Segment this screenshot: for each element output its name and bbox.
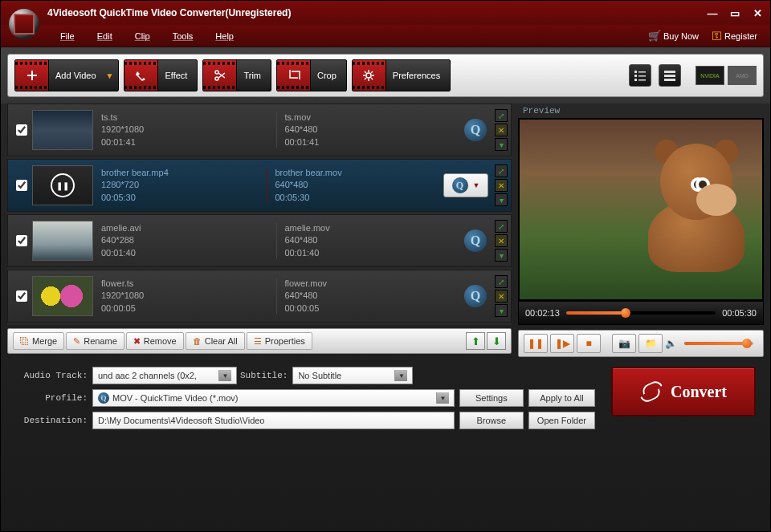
- total-time: 00:05:30: [722, 308, 757, 318]
- output-info: brother bear.mov640*48000:05:30: [267, 167, 441, 204]
- row-down-button[interactable]: ▾: [495, 193, 508, 206]
- quicktime-icon[interactable]: Q: [464, 119, 487, 141]
- dropdown-arrow-icon: ▼: [473, 181, 480, 189]
- merge-icon: ⿻: [20, 336, 29, 346]
- buy-now-label: Buy Now: [663, 31, 699, 41]
- audio-track-label: Audio Track:: [15, 371, 88, 380]
- clear-all-button[interactable]: 🗑Clear All: [186, 332, 245, 350]
- preview-title: Preview: [518, 104, 764, 118]
- remove-button[interactable]: ✖Remove: [126, 332, 184, 350]
- subtitle-dropdown[interactable]: No Subtitle▼: [292, 367, 413, 384]
- open-folder-button[interactable]: Open Folder: [528, 412, 595, 429]
- add-video-button[interactable]: Add Video ▼: [14, 59, 119, 91]
- move-up-button[interactable]: ⬆: [466, 332, 485, 350]
- file-checkbox[interactable]: [16, 290, 27, 302]
- move-down-button[interactable]: ⬇: [487, 332, 506, 350]
- preferences-label: Preferences: [386, 71, 450, 80]
- row-remove-button[interactable]: ✕: [495, 124, 508, 136]
- preferences-button[interactable]: Preferences: [352, 59, 451, 91]
- settings-grid: Audio Track: und aac 2 channels (0x2,▼ S…: [15, 367, 595, 429]
- file-thumbnail: [32, 221, 93, 261]
- file-row[interactable]: brother bear.mp41280*72000:05:30 brother…: [7, 159, 512, 212]
- file-checkbox[interactable]: [16, 235, 27, 246]
- convert-button[interactable]: Convert: [611, 367, 756, 416]
- register-button[interactable]: ⚿ Register: [707, 28, 762, 43]
- file-row[interactable]: ts.ts1920*108000:01:41 ts.mov640*48000:0…: [7, 104, 512, 156]
- quicktime-icon: Q: [98, 392, 109, 404]
- list-view-button[interactable]: [629, 64, 651, 87]
- svg-rect-7: [634, 79, 637, 81]
- maximize-button[interactable]: ▭: [728, 7, 741, 18]
- effect-button[interactable]: Effect: [124, 59, 198, 91]
- menu-tools[interactable]: Tools: [161, 28, 205, 44]
- settings-button[interactable]: Settings: [459, 389, 524, 407]
- trim-button[interactable]: Trim: [202, 59, 271, 91]
- file-thumbnail: [32, 276, 93, 316]
- volume-slider[interactable]: [684, 342, 753, 345]
- menu-edit[interactable]: Edit: [86, 28, 124, 44]
- output-format-dropdown[interactable]: Q ▼: [443, 173, 488, 197]
- row-down-button[interactable]: ▾: [495, 249, 508, 262]
- effect-label: Effect: [158, 71, 197, 80]
- detail-view-button[interactable]: [659, 64, 681, 87]
- file-checkbox[interactable]: [16, 180, 27, 191]
- svg-rect-3: [634, 71, 637, 73]
- menu-file[interactable]: File: [49, 28, 86, 44]
- output-info: amelie.mov640*48000:01:40: [277, 222, 460, 259]
- add-video-label: Add Video: [49, 71, 106, 80]
- seek-slider[interactable]: [566, 311, 716, 315]
- merge-button[interactable]: ⿻Merge: [13, 332, 64, 350]
- scissors-icon: [214, 69, 226, 82]
- source-info: amelie.avi640*28800:01:40: [93, 222, 276, 259]
- step-button[interactable]: ❚▶: [550, 334, 574, 353]
- bottom-panel: Audio Track: und aac 2 channels (0x2,▼ S…: [1, 357, 770, 439]
- file-list: ts.ts1920*108000:01:41 ts.mov640*48000:0…: [7, 104, 512, 325]
- pause-button[interactable]: ❚❚: [524, 334, 548, 353]
- file-checkbox[interactable]: [16, 124, 27, 136]
- row-expand-button[interactable]: ⤢: [495, 220, 508, 233]
- audio-track-dropdown[interactable]: und aac 2 channels (0x2,▼: [92, 367, 237, 384]
- snapshot-button[interactable]: 📷: [612, 334, 636, 353]
- destination-field[interactable]: D:\My Documents\4Videosoft Studio\Video: [92, 412, 455, 429]
- row-down-button[interactable]: ▾: [495, 138, 508, 151]
- crop-icon: [288, 69, 300, 82]
- file-row[interactable]: flower.ts1920*108000:00:05 flower.mov640…: [7, 270, 512, 323]
- minimize-button[interactable]: —: [706, 7, 719, 18]
- detail-view-icon: [663, 70, 676, 81]
- buy-now-button[interactable]: 🛒 Buy Now: [643, 28, 704, 43]
- rename-button[interactable]: ✎Rename: [66, 332, 124, 350]
- row-remove-button[interactable]: ✕: [495, 179, 508, 192]
- row-expand-button[interactable]: ⤢: [495, 164, 508, 177]
- volume-icon: 🔈: [665, 338, 677, 349]
- browse-button[interactable]: Browse: [459, 412, 524, 429]
- plus-icon: [25, 68, 39, 83]
- menu-help[interactable]: Help: [204, 28, 245, 44]
- current-time: 00:02:13: [525, 308, 560, 318]
- source-info: brother bear.mp41280*72000:05:30: [93, 167, 267, 204]
- toolbar: Add Video ▼ Effect Trim Crop: [7, 54, 764, 97]
- crop-button[interactable]: Crop: [276, 59, 347, 91]
- svg-point-1: [215, 77, 218, 80]
- stop-button[interactable]: ■: [577, 334, 601, 353]
- row-expand-button[interactable]: ⤢: [495, 275, 508, 288]
- quicktime-icon[interactable]: Q: [464, 229, 487, 252]
- pencil-icon: ✎: [73, 336, 80, 347]
- nvidia-badge: NVIDIA: [696, 66, 724, 85]
- quicktime-icon[interactable]: Q: [464, 285, 487, 307]
- row-down-button[interactable]: ▾: [495, 304, 508, 317]
- row-expand-button[interactable]: ⤢: [495, 109, 508, 122]
- properties-button[interactable]: ☰Properties: [247, 332, 312, 350]
- profile-dropdown[interactable]: QMOV - QuickTime Video (*.mov) ▼: [92, 389, 455, 407]
- dropdown-arrow-icon: ▼: [218, 370, 231, 381]
- menu-clip[interactable]: Clip: [124, 28, 161, 44]
- row-remove-button[interactable]: ✕: [495, 234, 508, 247]
- close-button[interactable]: ✕: [751, 7, 764, 18]
- profile-label: Profile:: [15, 393, 88, 403]
- snapshot-folder-button[interactable]: 📁: [638, 334, 663, 353]
- row-remove-button[interactable]: ✕: [495, 290, 508, 303]
- file-row[interactable]: amelie.avi640*28800:01:40 amelie.mov640*…: [7, 214, 512, 267]
- apply-to-all-button[interactable]: Apply to All: [528, 389, 595, 407]
- preview-screen: [518, 118, 764, 301]
- app-window: 4Videosoft QuickTime Video Converter(Unr…: [0, 0, 771, 532]
- window-title: 4Videosoft QuickTime Video Converter(Unr…: [47, 7, 291, 18]
